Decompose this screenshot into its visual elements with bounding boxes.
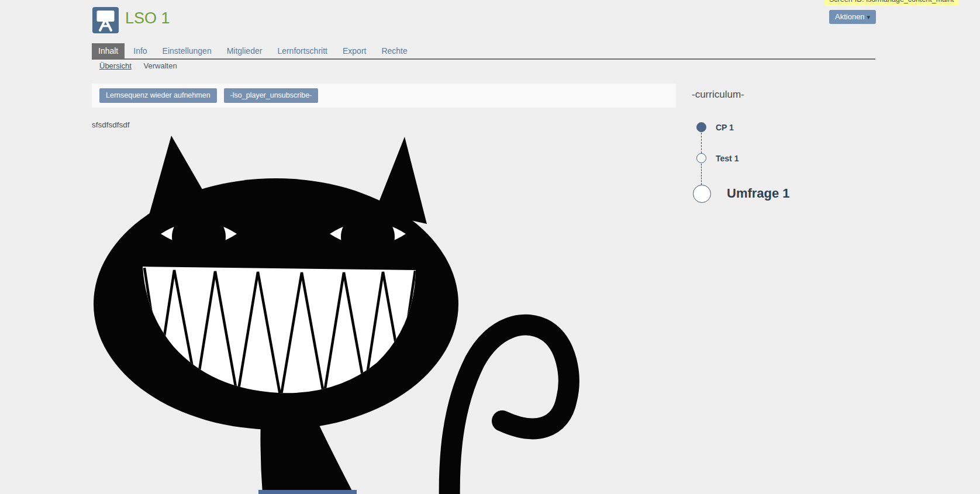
tab-inhalt[interactable]: Inhalt <box>92 43 125 58</box>
step-label-test1[interactable]: Test 1 <box>716 154 739 163</box>
aktionen-dropdown-button[interactable]: Aktionen▾ <box>829 10 876 24</box>
sub-tab-bar: Übersicht Verwalten <box>99 61 187 70</box>
tab-einstellungen[interactable]: Einstellungen <box>156 43 218 58</box>
content-illustration <box>92 133 583 494</box>
step-connector <box>701 164 702 185</box>
curriculum-heading: -curriculum- <box>692 89 744 101</box>
lso-page: Screen-ID: lso/manage_content_maint LSO … <box>0 0 980 494</box>
page-title: LSO 1 <box>125 9 170 27</box>
content-toolbar: Lernsequenz wieder aufnehmen -lso_player… <box>92 84 676 108</box>
step-connector <box>701 133 702 153</box>
step-circle-test1[interactable] <box>696 153 706 163</box>
step-circle-umfrage1-current[interactable] <box>693 185 711 203</box>
curriculum-panel: -curriculum- CP 1 Test 1 Umfrage 1 <box>692 88 943 246</box>
sequence-description-text: sfsdfsdfsdf <box>92 120 130 129</box>
subtab-uebersicht[interactable]: Übersicht <box>99 61 132 70</box>
step-label-umfrage1[interactable]: Umfrage 1 <box>727 186 790 201</box>
chevron-down-icon: ▾ <box>867 13 871 20</box>
grinning-black-cat-image <box>92 133 583 494</box>
tab-export[interactable]: Export <box>336 43 372 58</box>
tab-mitglieder[interactable]: Mitglieder <box>220 43 269 58</box>
tab-rechte[interactable]: Rechte <box>375 43 413 58</box>
step-label-cp1[interactable]: CP 1 <box>716 123 734 132</box>
main-tab-bar: Inhalt Info Einstellungen Mitglieder Ler… <box>92 43 875 60</box>
tab-info[interactable]: Info <box>127 43 153 58</box>
subtab-verwalten[interactable]: Verwalten <box>144 61 177 70</box>
presentation-board-icon <box>92 7 119 33</box>
learning-sequence-logo <box>92 7 119 33</box>
step-circle-cp1-filled[interactable] <box>696 122 706 132</box>
tab-lernfortschritt[interactable]: Lernfortschritt <box>271 43 334 58</box>
aktionen-label: Aktionen <box>835 12 865 21</box>
screen-id-badge: Screen-ID: lso/manage_content_maint <box>824 0 958 6</box>
player-unsubscribe-button[interactable]: -lso_player_unsubscribe- <box>224 88 319 103</box>
resume-learning-sequence-button[interactable]: Lernsequenz wieder aufnehmen <box>99 88 217 103</box>
